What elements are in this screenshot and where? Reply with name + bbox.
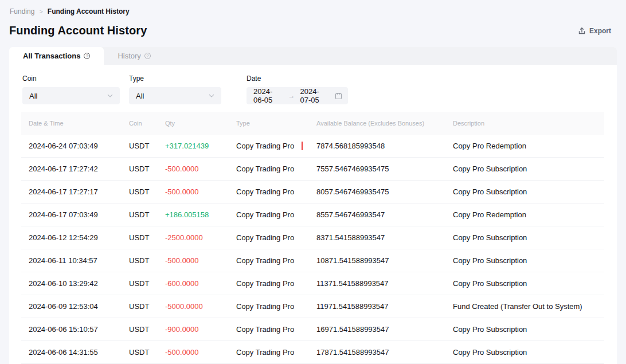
cell-balance: 8057.5467469935475 <box>316 187 453 196</box>
cell-datetime: 2024-06-10 13:29:42 <box>21 279 129 288</box>
table-header: Date & Time Coin Qty Type Available Bala… <box>21 112 604 135</box>
cell-type: Copy Trading Pro <box>236 302 316 311</box>
cell-datetime: 2024-06-09 12:53:04 <box>21 302 129 311</box>
cell-type: Copy Trading Pro <box>236 165 316 173</box>
date-range-picker[interactable]: 2024-06-05 → 2024-07-05 <box>247 87 348 104</box>
calendar-icon <box>335 92 342 100</box>
cell-description: Copy Pro Subscription <box>453 348 604 357</box>
tab-all-transactions[interactable]: All Transactions ? <box>9 47 104 65</box>
cell-qty: -5000.0000 <box>165 302 236 311</box>
cell-coin: USDT <box>129 302 165 311</box>
cell-datetime: 2024-06-17 17:27:17 <box>21 187 129 196</box>
export-button[interactable]: Export <box>578 27 611 35</box>
col-description: Description <box>453 120 604 127</box>
cell-qty: -600.0000 <box>165 279 236 288</box>
export-label: Export <box>589 27 611 35</box>
cell-datetime: 2024-06-06 15:10:57 <box>21 325 129 334</box>
chevron-right-icon: > <box>39 8 42 15</box>
cell-balance: 7557.5467469935475 <box>316 165 453 173</box>
cell-balance: 8557.546746993547 <box>316 210 453 219</box>
breadcrumb: Funding > Funding Account History <box>0 0 626 15</box>
coin-filter-label: Coin <box>22 75 120 83</box>
cell-qty: +186.005158 <box>165 210 236 219</box>
table-row: 2024-06-17 07:03:49USDT+186.005158Copy T… <box>21 203 604 226</box>
cell-qty: -900.0000 <box>165 325 236 334</box>
export-icon <box>578 27 586 35</box>
cell-description: Copy Pro Subscription <box>453 187 604 196</box>
question-circle-icon[interactable]: ? <box>144 53 151 59</box>
cell-datetime: 2024-06-17 17:27:42 <box>21 165 129 173</box>
cell-type: Copy Trading Pro <box>236 233 316 242</box>
cell-qty: -500.0000 <box>165 348 236 357</box>
cell-balance: 11971.541588993547 <box>316 302 453 311</box>
type-select-value: All <box>136 92 144 100</box>
cell-balance: 10871.541588993547 <box>316 256 453 265</box>
cell-datetime: 2024-06-24 07:03:49 <box>21 142 129 150</box>
date-end: 2024-07-05 <box>300 87 330 104</box>
cell-type: Copy Trading Pro <box>236 325 316 334</box>
cell-type: Copy Trading Pro <box>236 348 316 357</box>
cell-balance: 8371.541588993547 <box>316 233 453 242</box>
coin-select[interactable]: All <box>22 87 120 104</box>
cell-coin: USDT <box>129 142 165 150</box>
table-body: 2024-06-24 07:03:49USDT+317.021439Copy T… <box>21 135 604 364</box>
tab-history[interactable]: History ? <box>104 47 164 65</box>
cell-description: Copy Pro Subscription <box>453 325 604 334</box>
type-select[interactable]: All <box>129 87 221 104</box>
col-coin: Coin <box>129 120 165 127</box>
cell-datetime: 2024-06-17 07:03:49 <box>21 210 129 219</box>
breadcrumb-funding[interactable]: Funding <box>10 7 34 15</box>
cell-coin: USDT <box>129 279 165 288</box>
cell-coin: USDT <box>129 348 165 357</box>
col-type: Type <box>236 120 316 127</box>
cell-qty: -2500.0000 <box>165 233 236 242</box>
arrow-right-icon: → <box>288 92 295 100</box>
cell-coin: USDT <box>129 187 165 196</box>
table-row: 2024-06-17 17:27:42USDT-500.0000Copy Tra… <box>21 158 604 181</box>
chevron-down-icon <box>209 94 214 97</box>
date-filter: Date 2024-06-05 → 2024-07-05 <box>247 75 348 104</box>
cell-qty: -500.0000 <box>165 165 236 173</box>
cell-type: Copy Trading Pro <box>236 256 316 265</box>
cell-datetime: 2024-06-11 10:34:57 <box>21 256 129 265</box>
page-title: Funding Account History <box>9 24 147 37</box>
filter-bar: Coin All Type All Date <box>9 65 617 104</box>
cell-type: Copy Trading Pro <box>236 187 316 196</box>
coin-filter: Coin All <box>22 75 120 104</box>
cell-qty: +317.021439 <box>165 142 236 150</box>
cell-datetime: 2024-06-06 14:31:55 <box>21 348 129 357</box>
table-row: 2024-06-24 07:03:49USDT+317.021439Copy T… <box>21 135 604 158</box>
cell-coin: USDT <box>129 325 165 334</box>
table-row: 2024-06-12 12:54:29USDT-2500.0000Copy Tr… <box>21 226 604 249</box>
funding-account-history-page: Funding > Funding Account History Fundin… <box>0 0 626 364</box>
coin-select-value: All <box>29 92 37 100</box>
cell-balance: 16971.541588993547 <box>316 325 453 334</box>
tab-bar: All Transactions ? History ? <box>9 47 617 65</box>
cell-coin: USDT <box>129 256 165 265</box>
breadcrumb-current: Funding Account History <box>48 7 130 15</box>
col-qty: Qty <box>165 120 236 127</box>
table-row: 2024-06-09 12:53:04USDT-5000.0000Copy Tr… <box>21 295 604 318</box>
highlight-box: Copy Trading Pro <box>236 142 303 150</box>
cell-description: Fund Created (Transfer Out to System) <box>453 302 604 311</box>
cell-qty: -500.0000 <box>165 187 236 196</box>
cell-datetime: 2024-06-12 12:54:29 <box>21 233 129 242</box>
tab-all-transactions-label: All Transactions <box>23 52 80 60</box>
cell-description: Copy Pro Subscription <box>453 165 604 173</box>
col-available-balance: Available Balance (Excludes Bonuses) <box>316 120 453 127</box>
cell-description: Copy Pro Redemption <box>453 142 604 150</box>
cell-coin: USDT <box>129 210 165 219</box>
cell-coin: USDT <box>129 233 165 242</box>
cell-description: Copy Pro Redemption <box>453 210 604 219</box>
cell-description: Copy Pro Subscription <box>453 279 604 288</box>
table-row: 2024-06-17 17:27:17USDT-500.0000Copy Tra… <box>21 181 604 203</box>
cell-balance: 17871.541588993547 <box>316 348 453 357</box>
question-circle-icon[interactable]: ? <box>84 53 90 59</box>
cell-balance: 7874.568185993548 <box>316 142 453 150</box>
chevron-down-icon <box>107 94 113 97</box>
tab-history-label: History <box>118 52 140 60</box>
cell-type: Copy Trading Pro <box>236 142 316 150</box>
date-start: 2024-06-05 <box>253 87 283 104</box>
table-row: 2024-06-10 13:29:42USDT-600.0000Copy Tra… <box>21 272 604 295</box>
cell-description: Copy Pro Subscription <box>453 233 604 242</box>
